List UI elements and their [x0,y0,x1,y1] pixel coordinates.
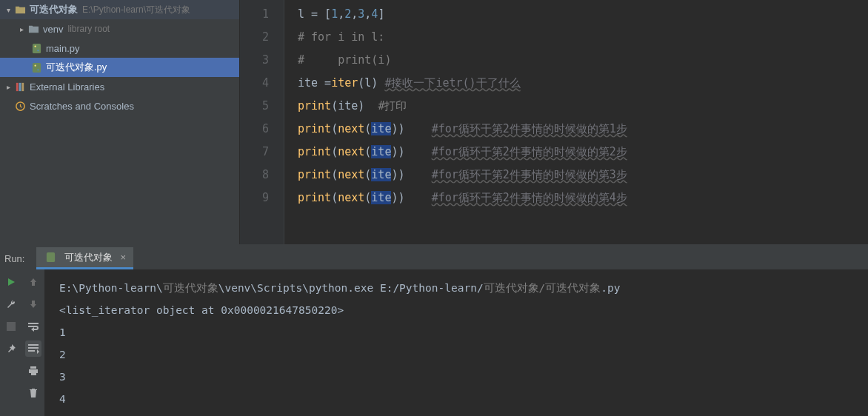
svg-rect-7 [19,82,21,90]
project-name: 可迭代对象 [30,3,78,16]
run-tabbar: Run: 可迭代对象 × [0,247,868,269]
run-panel: Run: 可迭代对象 × [0,244,868,416]
line-number: 2 [240,26,269,49]
project-sidebar[interactable]: ▾ 可迭代对象 E:\Python-learn\可迭代对象 ▸ venv lib… [0,0,240,244]
sidebar-item-venv[interactable]: ▸ venv library root [0,19,239,38]
line-number: 4 [240,72,269,95]
library-icon [13,81,27,93]
tree-label: venv [43,24,63,35]
console-line: 4 [59,388,868,410]
python-file-icon [30,62,43,73]
line-number: 7 [240,141,269,164]
svg-rect-3 [32,62,40,72]
project-path: E:\Python-learn\可迭代对象 [82,4,190,16]
project-root[interactable]: ▾ 可迭代对象 E:\Python-learn\可迭代对象 [0,0,239,19]
scratch-icon [13,101,27,112]
python-file-icon [30,43,43,54]
line-gutter: 123456789 [240,0,284,244]
wrench-button[interactable] [3,296,19,312]
svg-rect-0 [32,43,40,53]
code-line[interactable]: ite =iter(l) #接收一下ietr()干了什么 [298,72,868,95]
line-number: 9 [240,187,269,209]
scratches-consoles[interactable]: Scratches and Consoles [0,96,239,115]
svg-point-1 [34,45,36,47]
code-line[interactable]: # print(i) [298,49,868,72]
code-area[interactable]: l = [1,2,3,4]# for i in l:# print(i)ite … [284,0,868,244]
code-line[interactable]: print(next(ite)) #for循环干第2件事情的时候做的第1步 [298,118,868,141]
sidebar-item-main-py[interactable]: main.py [0,38,239,58]
svg-point-2 [37,50,39,51]
trash-button[interactable] [25,385,41,401]
line-number: 3 [240,49,269,72]
close-icon[interactable]: × [120,252,126,263]
console-line: 1 [59,321,868,343]
tree-note: library root [67,24,110,34]
chevron-down-icon: ▾ [3,6,13,14]
svg-rect-8 [21,82,24,90]
code-editor[interactable]: 123456789 l = [1,2,3,4]# for i in l:# pr… [240,0,868,244]
tree-label: 可迭代对象.py [46,61,107,74]
console-line: 2 [59,343,868,366]
code-line[interactable]: l = [1,2,3,4] [298,3,868,26]
svg-rect-6 [16,82,18,90]
up-arrow-button[interactable] [25,274,41,290]
stop-button[interactable] [3,318,19,335]
sidebar-item-current-file[interactable]: 可迭代对象.py [0,58,239,77]
folder-icon [13,4,27,16]
python-file-icon [44,252,57,263]
line-number: 6 [240,118,269,141]
code-line[interactable]: print(next(ite)) #for循环干第2件事情的时候做的第3步 [298,164,868,187]
svg-rect-11 [7,322,16,331]
console-line: <list_iterator object at 0x0000021647850… [59,299,868,321]
run-label: Run: [4,253,24,264]
tree-label: Scratches and Consoles [30,101,134,112]
svg-point-5 [37,69,39,70]
run-tab[interactable]: 可迭代对象 × [36,247,133,269]
line-number: 5 [240,95,269,118]
line-number: 1 [240,3,269,26]
print-button[interactable] [25,363,41,379]
scroll-to-end-button[interactable] [25,340,41,357]
run-button[interactable] [3,274,19,290]
external-libraries[interactable]: ▸ External Libraries [0,77,239,96]
code-line[interactable]: print(next(ite)) #for循环干第2件事情的时候做的第4步 [298,187,868,209]
console-line: 3 [59,366,868,388]
code-line[interactable]: print(next(ite)) #for循环干第2件事情的时候做的第2步 [298,141,868,164]
console-output[interactable]: E:\Python-learn\可迭代对象\venv\Scripts\pytho… [44,269,868,416]
soft-wrap-button[interactable] [25,318,41,335]
svg-rect-10 [47,252,55,262]
chevron-right-icon: ▸ [16,25,27,33]
code-line[interactable]: print(ite) #打印 [298,95,868,118]
line-number: 8 [240,164,269,187]
run-second-toolbar [22,269,44,416]
tree-label: External Libraries [30,81,104,93]
svg-point-4 [34,64,36,66]
run-left-toolbar [0,269,22,416]
down-arrow-button[interactable] [25,296,41,312]
run-tab-label: 可迭代对象 [64,251,113,264]
code-line[interactable]: # for i in l: [298,26,868,49]
folder-icon [27,24,40,35]
tree-label: main.py [46,43,80,54]
chevron-right-icon: ▸ [3,83,13,91]
pin-button[interactable] [3,340,19,357]
console-line: E:\Python-learn\可迭代对象\venv\Scripts\pytho… [59,277,868,299]
